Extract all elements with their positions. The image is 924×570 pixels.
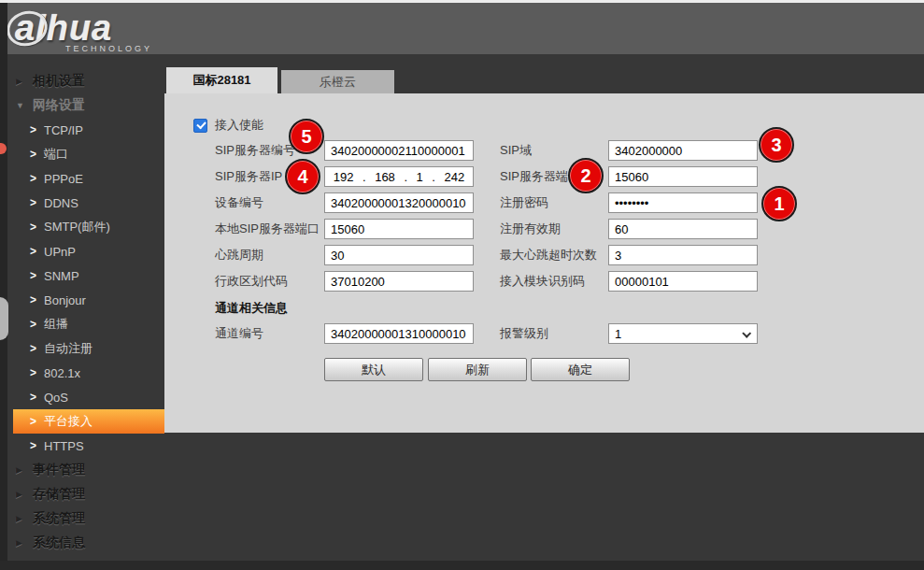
submenu-arrow-icon: > bbox=[30, 391, 44, 404]
submenu-arrow-icon: > bbox=[30, 269, 44, 282]
sidebar-item-qos[interactable]: > QoS bbox=[0, 385, 164, 409]
submenu-arrow-icon: > bbox=[30, 342, 44, 355]
device-number-row: 设备编号 bbox=[215, 192, 474, 214]
sidebar-item-8021x[interactable]: > 802.1x bbox=[0, 361, 164, 385]
collapsed-arrow-icon: ▶ bbox=[16, 465, 33, 475]
confirm-button[interactable]: 确定 bbox=[531, 358, 630, 381]
annotation-circle-4: 4 bbox=[285, 159, 320, 194]
sidebar-item-pppoe[interactable]: > PPPoE bbox=[0, 166, 164, 191]
alarm-level-select[interactable]: 1 bbox=[608, 323, 758, 344]
sip-domain-row: SIP域 bbox=[500, 139, 758, 162]
expanded-arrow-icon: ▼ bbox=[16, 101, 33, 110]
annotation-circle-3: 3 bbox=[759, 127, 794, 163]
register-password-row: 注册密码 bbox=[500, 192, 758, 214]
enable-checkbox[interactable] bbox=[193, 119, 207, 133]
dahua-logo-wordmark: alhua bbox=[15, 8, 152, 49]
tab-gb28181[interactable]: 国标28181 bbox=[166, 67, 277, 93]
refresh-button[interactable]: 刷新 bbox=[428, 358, 527, 381]
sidebar-item-smtp[interactable]: > SMTP(邮件) bbox=[0, 215, 164, 239]
annotation-circle-2: 2 bbox=[568, 158, 604, 193]
local-sip-port-row: 本地SIP服务器端口 bbox=[215, 218, 474, 240]
sip-server-number-input[interactable] bbox=[324, 140, 474, 161]
sidebar-item-platform-access[interactable]: > 平台接入 bbox=[13, 409, 164, 434]
sip-server-number-row: SIP服务器编号 bbox=[215, 139, 474, 162]
device-number-input[interactable] bbox=[324, 192, 474, 213]
footer-bar bbox=[0, 561, 924, 570]
collapsed-arrow-icon: ▶ bbox=[16, 77, 33, 86]
heartbeat-period-row: 心跳周期 bbox=[215, 244, 474, 266]
sidebar-item-ddns[interactable]: > DDNS bbox=[0, 191, 164, 215]
max-heartbeat-timeout-row: 最大心跳超时次数 bbox=[500, 244, 758, 266]
tab-lechengyun[interactable]: 乐橙云 bbox=[281, 70, 394, 93]
default-button[interactable]: 默认 bbox=[324, 358, 423, 381]
submenu-arrow-icon: > bbox=[30, 123, 44, 136]
sip-server-ip-input[interactable]: 192 . 168 . 1 . 242 bbox=[324, 166, 474, 187]
sidebar-item-upnp[interactable]: > UPnP bbox=[0, 239, 164, 264]
channel-number-input[interactable] bbox=[324, 323, 474, 344]
sidebar-item-system-management[interactable]: ▶ 系统管理 bbox=[0, 506, 164, 531]
heartbeat-period-input[interactable] bbox=[324, 245, 474, 265]
sidebar-item-system-info[interactable]: ▶ 系统信息 bbox=[0, 531, 164, 555]
local-sip-port-input[interactable] bbox=[324, 219, 474, 239]
submenu-arrow-icon: > bbox=[30, 148, 44, 161]
admin-region-code-input[interactable] bbox=[324, 271, 474, 292]
enable-row: 接入使能 bbox=[193, 114, 263, 136]
dahua-logo: alhua TECHNOLOGY bbox=[15, 8, 152, 53]
admin-region-code-row: 行政区划代码 bbox=[215, 270, 474, 292]
sidebar-item-bonjour[interactable]: > Bonjour bbox=[0, 288, 164, 312]
sip-server-port-row: SIP服务器端口 bbox=[500, 165, 758, 188]
register-validity-input[interactable] bbox=[608, 219, 758, 239]
channel-section-header: 通道相关信息 bbox=[215, 300, 288, 317]
sidebar-item-multicast[interactable]: > 组播 bbox=[0, 312, 164, 336]
sip-domain-input[interactable] bbox=[608, 140, 758, 161]
submenu-arrow-icon: > bbox=[30, 439, 44, 452]
submenu-arrow-icon: > bbox=[30, 221, 44, 234]
alarm-level-row: 报警级别 1 bbox=[500, 322, 758, 345]
collapsed-arrow-icon: ▶ bbox=[16, 514, 33, 523]
sidebar-item-auto-register[interactable]: > 自动注册 bbox=[0, 336, 164, 361]
sidebar-item-storage-management[interactable]: ▶ 存储管理 bbox=[0, 482, 164, 506]
annotation-circle-5: 5 bbox=[289, 119, 324, 154]
sidebar-item-camera-settings[interactable]: ▶ 相机设置 bbox=[0, 69, 164, 93]
access-module-id-row: 接入模块识别码 bbox=[500, 270, 758, 292]
sip-server-ip-row: SIP服务器IP 192 . 168 . 1 . 242 bbox=[215, 165, 474, 188]
submenu-arrow-icon: > bbox=[30, 318, 44, 331]
header-bar: alhua TECHNOLOGY bbox=[0, 3, 924, 54]
collapsed-arrow-icon: ▶ bbox=[16, 490, 33, 499]
sidebar-item-port[interactable]: > 端口 bbox=[0, 142, 164, 166]
sidebar-item-snmp[interactable]: > SNMP bbox=[0, 264, 164, 288]
submenu-arrow-icon: > bbox=[30, 415, 44, 428]
max-heartbeat-timeout-input[interactable] bbox=[608, 245, 758, 265]
sidebar-item-network-settings[interactable]: ▼ 网络设置 bbox=[0, 93, 164, 118]
sidebar-item-https[interactable]: > HTTPS bbox=[0, 434, 164, 458]
collapsed-arrow-icon: ▶ bbox=[16, 538, 33, 548]
enable-label: 接入使能 bbox=[215, 117, 263, 134]
sidebar-menu: ▶ 相机设置 ▼ 网络设置 > TCP/IP > 端口 > PPPoE > DD… bbox=[0, 69, 164, 555]
submenu-arrow-icon: > bbox=[30, 366, 44, 379]
submenu-arrow-icon: > bbox=[30, 293, 44, 306]
dahua-web-config-page: alhua TECHNOLOGY ▶ 相机设置 ▼ 网络设置 > TCP/IP … bbox=[0, 0, 924, 570]
register-password-input[interactable] bbox=[608, 192, 758, 213]
sidebar-item-tcpip[interactable]: > TCP/IP bbox=[0, 118, 164, 142]
chevron-down-icon bbox=[742, 329, 751, 338]
logo-technology-label: TECHNOLOGY bbox=[65, 44, 152, 53]
submenu-arrow-icon: > bbox=[30, 172, 44, 185]
channel-number-row: 通道编号 bbox=[215, 322, 474, 345]
register-validity-row: 注册有效期 bbox=[500, 218, 758, 240]
annotation-circle-1: 1 bbox=[761, 186, 797, 221]
sidebar-item-event-management[interactable]: ▶ 事件管理 bbox=[0, 458, 164, 482]
submenu-arrow-icon: > bbox=[30, 196, 44, 209]
submenu-arrow-icon: > bbox=[30, 245, 44, 258]
access-module-id-input[interactable] bbox=[608, 271, 758, 292]
sip-server-port-input[interactable] bbox=[608, 166, 758, 187]
